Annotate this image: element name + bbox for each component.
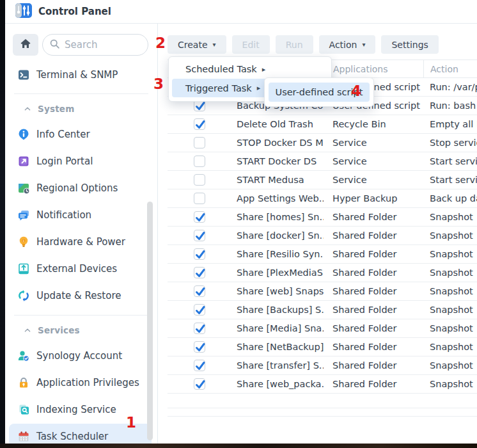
task-application: Shared Folder — [326, 249, 423, 259]
task-action: Snapshot — [423, 212, 477, 222]
table-row[interactable]: Share [NetBackup]... Shared Folder Snaps… — [168, 338, 477, 356]
task-name: Share [Backups] S... — [237, 301, 324, 319]
row-checkbox[interactable] — [194, 304, 205, 316]
menu-item-scheduled-task[interactable]: Scheduled Task ▸ — [169, 60, 331, 78]
search-box — [42, 34, 148, 56]
sidebar-item-regional-options[interactable]: Regional Options — [5, 175, 157, 202]
sidebar-divider — [14, 93, 148, 94]
sidebar-item-external-devices[interactable]: External Devices — [5, 255, 157, 282]
row-checkbox[interactable] — [194, 156, 205, 167]
row-checkbox[interactable] — [194, 137, 205, 148]
sidebar-item-update-restore[interactable]: Update & Restore — [5, 282, 157, 309]
sidebar-item-label: Info Center — [36, 129, 90, 140]
row-checkbox[interactable] — [194, 211, 205, 223]
sidebar-item-login-portal[interactable]: Login Portal — [5, 148, 157, 175]
sidebar-item-label: Login Portal — [36, 156, 93, 167]
sidebar-item-info-center[interactable]: Info Center — [5, 121, 157, 148]
sidebar-item-label: Notification — [36, 209, 91, 221]
sidebar-item-label: Synology Account — [36, 350, 122, 362]
control-panel-icon — [15, 3, 32, 20]
create-button[interactable]: Create ▾ — [168, 35, 226, 54]
sidebar-item-hardware-power[interactable]: 1 Hardware & Power — [5, 228, 157, 255]
task-scheduler-icon — [17, 430, 30, 443]
edit-button[interactable]: Edit — [232, 35, 270, 54]
task-application: Service — [326, 175, 423, 185]
task-action: Snapshot — [423, 342, 477, 352]
annotation-step-4: 4 — [351, 84, 361, 99]
sidebar-item-label: Task Scheduler — [36, 431, 108, 442]
row-checkbox[interactable] — [194, 193, 205, 204]
task-action: Stop servic — [423, 138, 477, 148]
table-row[interactable]: App Settings Web... Hyper Backup Back up… — [168, 189, 477, 208]
table-row[interactable]: Share [web_packa... Shared Folder Snapsh… — [168, 375, 477, 394]
task-application: Shared Folder — [326, 305, 423, 315]
task-application: Shared Folder — [326, 360, 423, 371]
sidebar-item-label: Indexing Service — [36, 404, 116, 415]
task-name: Share [Resilio Syn... — [237, 245, 324, 264]
search-icon — [49, 38, 60, 52]
table-row[interactable]: START Medusa Service Start servic — [168, 171, 477, 189]
sidebar-item-notification[interactable]: Notification — [5, 202, 157, 228]
table-row[interactable]: STOP Docker DS M... Service Stop servic — [168, 134, 477, 152]
task-name: Delete Old Trash — [237, 115, 324, 134]
sidebar-scrollbar[interactable] — [147, 202, 153, 440]
task-application: Shared Folder — [326, 323, 423, 333]
run-button[interactable]: Run — [276, 35, 313, 54]
task-action: Snapshot — [423, 230, 477, 241]
table-row[interactable]: Share [Resilio Syn... Shared Folder Snap… — [168, 245, 477, 264]
application-privileges-icon — [17, 376, 30, 389]
terminal-icon — [17, 68, 30, 81]
table-row[interactable]: Share [docker] Sn... Shared Folder Snaps… — [168, 227, 477, 245]
task-action: Snapshot — [423, 323, 477, 333]
row-checkbox[interactable] — [194, 248, 205, 260]
section-header-system[interactable]: System — [5, 97, 157, 121]
task-action: Run: bash / — [423, 100, 477, 111]
sidebar-item-label: External Devices — [36, 263, 117, 275]
row-checkbox[interactable] — [194, 267, 205, 278]
row-checkbox[interactable] — [194, 323, 205, 334]
home-icon — [19, 37, 32, 52]
table-row[interactable]: Share [homes] Sn... Shared Folder Snapsh… — [168, 208, 477, 227]
row-checkbox[interactable] — [194, 118, 205, 130]
table-row[interactable]: START Docker DS Service Start servic — [168, 152, 477, 171]
sidebar-item-application-privileges[interactable]: Application Privileges — [5, 369, 157, 396]
row-checkbox[interactable] — [194, 341, 205, 353]
task-application: Shared Folder — [326, 286, 423, 296]
action-button[interactable]: Action ▾ — [319, 35, 376, 54]
hardware-power-icon: 1 — [17, 236, 30, 248]
row-checkbox[interactable] — [194, 285, 205, 297]
info-center-icon — [17, 128, 30, 141]
task-action: Snapshot — [423, 305, 477, 315]
column-header-applications[interactable]: Applications — [326, 60, 423, 77]
table-row[interactable]: Share [Backups] S... Shared Folder Snaps… — [168, 301, 477, 319]
task-action: Back up da — [423, 193, 477, 204]
task-application: Shared Folder — [326, 268, 423, 278]
table-row[interactable]: Share [Media] Sna... Shared Folder Snaps… — [168, 319, 477, 338]
task-action: Snapshot — [423, 286, 477, 296]
table-row[interactable]: Delete Old Trash Recycle Bin Empty all R — [168, 115, 477, 134]
task-action: Snapshot — [423, 268, 477, 278]
svg-text:1: 1 — [23, 239, 25, 243]
column-header-action[interactable]: Action — [423, 60, 477, 77]
sidebar-item-label: Hardware & Power — [36, 236, 125, 248]
table-row[interactable]: Share [transfer] S... Shared Folder Snap… — [168, 356, 477, 375]
row-checkbox[interactable] — [194, 378, 205, 390]
task-name: STOP Docker DS M... — [237, 134, 324, 152]
table-grid-line — [168, 416, 477, 417]
task-action: Snapshot — [423, 379, 477, 389]
table-row[interactable]: Share [PlexMediaS... Shared Folder Snaps… — [168, 264, 477, 282]
table-row[interactable]: Share [web] Snaps... Shared Folder Snaps… — [168, 282, 477, 301]
task-action: Start servic — [423, 156, 477, 166]
section-header-services[interactable]: Services — [5, 318, 157, 342]
table-grid-line — [168, 408, 477, 408]
home-button[interactable] — [13, 34, 38, 56]
task-application: Recycle Bin — [326, 119, 423, 129]
sidebar-item-terminal-snmp[interactable]: Terminal & SNMP — [5, 62, 157, 88]
search-input[interactable] — [65, 39, 141, 51]
row-checkbox[interactable] — [194, 360, 205, 371]
row-checkbox[interactable] — [194, 230, 205, 241]
sidebar: Terminal & SNMP System Info Center — [5, 24, 158, 444]
sidebar-item-synology-account[interactable]: Synology Account — [5, 342, 157, 369]
settings-button[interactable]: Settings — [381, 35, 438, 54]
row-checkbox[interactable] — [194, 174, 205, 186]
